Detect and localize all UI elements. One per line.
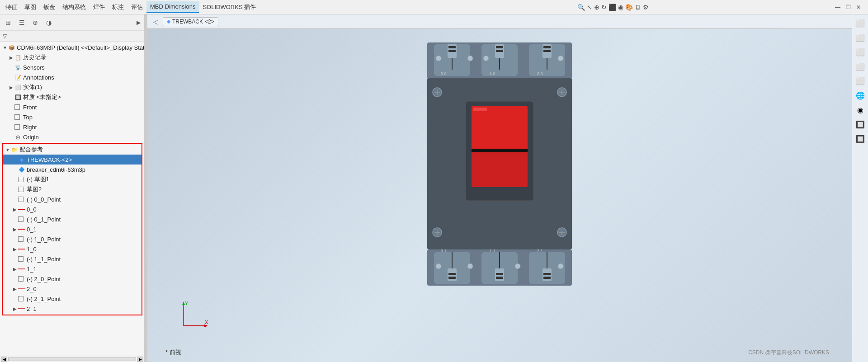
svg-point-6 bbox=[436, 56, 441, 61]
tree-item-sensors[interactable]: ▶ 📡 Sensors bbox=[0, 62, 144, 72]
toolbar-pin-btn[interactable]: ⊕ bbox=[29, 16, 42, 29]
right-btn-4[interactable]: ⬜ bbox=[854, 60, 867, 73]
svg-text:2  1: 2 1 bbox=[537, 249, 543, 253]
right-btn-3[interactable]: ⬜ bbox=[854, 45, 867, 59]
toolbar-list-btn[interactable]: ☰ bbox=[15, 16, 28, 29]
svg-point-21 bbox=[558, 56, 563, 61]
display-icon[interactable]: 🖥 bbox=[635, 4, 641, 11]
material-label: 材质 <未指定> bbox=[23, 93, 61, 101]
mates-arrow: ▼ bbox=[5, 146, 11, 153]
menu-mbd[interactable]: MBD Dimensions bbox=[146, 1, 199, 13]
breadcrumb-back-btn[interactable]: ◁ bbox=[150, 16, 161, 27]
tree-sketch2[interactable]: ▶ 草图2 bbox=[3, 184, 142, 194]
rotate-icon[interactable]: ↻ bbox=[601, 4, 607, 11]
history-label: 历史记录 bbox=[23, 53, 47, 61]
toolbar-row: ⊞ ☰ ⊕ ◑ ▶ bbox=[0, 14, 144, 31]
view-icon[interactable]: ◉ bbox=[618, 4, 623, 11]
window-minimize[interactable]: — bbox=[833, 4, 842, 10]
tree-item-origin[interactable]: ▶ ◎ Origin bbox=[0, 132, 144, 142]
tree-g20[interactable]: ▶ — 2_0 bbox=[3, 284, 142, 294]
tree-item-top[interactable]: ▶ Top bbox=[0, 112, 144, 122]
right-btn-5[interactable]: ⬜ bbox=[854, 74, 867, 88]
tree-point-00[interactable]: ▶ (-) 0_0_Point bbox=[3, 194, 142, 204]
right-btn-6[interactable]: 🌐 bbox=[854, 89, 867, 102]
tree-item-front[interactable]: ▶ Front bbox=[0, 102, 144, 112]
tree-g11[interactable]: ▶ — 1_1 bbox=[3, 264, 142, 274]
left-panel: ⊞ ☰ ⊕ ◑ ▶ ▽ ▼ 📦 CDM6i-63M3P (Default) <<… bbox=[0, 14, 145, 362]
tree-g21[interactable]: ▶ — 2_1 bbox=[3, 304, 142, 314]
sketch2-icon bbox=[18, 187, 24, 192]
search-icon[interactable]: 🔍 bbox=[577, 4, 585, 11]
menu-structure[interactable]: 结构系统 bbox=[59, 1, 90, 13]
g21-icon: — bbox=[18, 305, 25, 312]
cube-icon[interactable]: ⬛ bbox=[609, 4, 616, 11]
menu-sheet-metal[interactable]: 钣金 bbox=[40, 1, 59, 13]
tree-g10[interactable]: ▶ — 1_0 bbox=[3, 244, 142, 254]
svg-rect-59 bbox=[543, 277, 551, 279]
h-scroll-right[interactable]: ▶ bbox=[137, 357, 143, 362]
color-icon[interactable]: 🎨 bbox=[625, 4, 633, 11]
g21-label: 2_1 bbox=[27, 306, 37, 312]
breaker-svg: 0 0 1 0 2 0 bbox=[423, 42, 576, 314]
right-btn-7[interactable]: ◉ bbox=[854, 103, 867, 117]
right-btn-2[interactable]: ⬜ bbox=[854, 31, 867, 44]
point01-icon bbox=[18, 216, 24, 222]
menu-bar: 特征 草图 钣金 结构系统 焊件 标注 评估 MBD Dimensions SO… bbox=[0, 0, 868, 14]
h-scroll-track[interactable] bbox=[8, 357, 136, 361]
tree-point-11[interactable]: ▶ (-) 1_1_Point bbox=[3, 254, 142, 264]
viewport[interactable]: 0 0 1 0 2 0 bbox=[147, 29, 852, 362]
settings-icon[interactable]: ⚙ bbox=[643, 4, 649, 11]
tree-item-right[interactable]: ▶ Right bbox=[0, 122, 144, 132]
tree-breaker[interactable]: ▶ 🔷 breaker_cdm6i-63m3p bbox=[3, 165, 142, 174]
g01-arrow: ▶ bbox=[12, 226, 18, 232]
menu-sketch[interactable]: 草图 bbox=[21, 1, 40, 13]
menu-weld[interactable]: 焊件 bbox=[90, 1, 108, 13]
window-close[interactable]: ✕ bbox=[854, 4, 863, 10]
pointer-icon[interactable]: ↖ bbox=[587, 4, 592, 11]
tree-trewback[interactable]: ▶ ◆ TREWBACK-<2> bbox=[3, 155, 142, 165]
coordinate-axes: Y X bbox=[175, 299, 211, 335]
h-scroll-left[interactable]: ◀ bbox=[1, 357, 7, 362]
window-restore[interactable]: ❐ bbox=[844, 4, 853, 10]
filter-icon[interactable]: ▽ bbox=[3, 33, 7, 39]
menu-solidworks-plugin[interactable]: SOLIDWORKS 插件 bbox=[199, 1, 259, 13]
tree-area[interactable]: ▼ 📦 CDM6i-63M3P (Default) <<Default>_Dis… bbox=[0, 42, 144, 356]
tree-mates-header[interactable]: ▼ 📁 配合参考 bbox=[3, 145, 142, 155]
right-btn-8[interactable]: 🔲 bbox=[854, 118, 867, 131]
tree-g01[interactable]: ▶ — 0_1 bbox=[3, 224, 142, 234]
svg-text:X: X bbox=[205, 320, 208, 325]
tree-point-20[interactable]: ▶ (-) 2_0_Point bbox=[3, 274, 142, 284]
right-btn-9[interactable]: 🔲 bbox=[854, 132, 867, 146]
tree-item-material[interactable]: ▶ 🔲 材质 <未指定> bbox=[0, 92, 144, 102]
toolbar-grid-btn[interactable]: ⊞ bbox=[2, 16, 14, 29]
tree-item-history[interactable]: ▶ 📋 历史记录 bbox=[0, 52, 144, 62]
g11-label: 1_1 bbox=[27, 266, 37, 273]
tree-sketch1[interactable]: ▶ (-) 草图1 bbox=[3, 174, 142, 184]
svg-point-14 bbox=[483, 56, 489, 61]
origin-label: Origin bbox=[23, 134, 39, 141]
menu-annotation[interactable]: 标注 bbox=[108, 1, 127, 13]
tree-g00[interactable]: ▶ — 0_0 bbox=[3, 204, 142, 214]
g00-icon: — bbox=[18, 206, 25, 213]
svg-rect-19 bbox=[543, 50, 551, 52]
tree-point-10[interactable]: ▶ (-) 1_0_Point bbox=[3, 234, 142, 244]
h-scrollbar[interactable]: ◀ ▶ bbox=[0, 356, 144, 362]
tree-root[interactable]: ▼ 📦 CDM6i-63M3P (Default) <<Default>_Dis… bbox=[0, 42, 144, 52]
svg-text:1  1: 1 1 bbox=[490, 249, 495, 253]
menu-features[interactable]: 特征 bbox=[2, 1, 21, 13]
tree-point-21[interactable]: ▶ (-) 2_1_Point bbox=[3, 294, 142, 304]
point10-icon bbox=[18, 236, 24, 242]
toolbar-chart-btn[interactable]: ◑ bbox=[42, 16, 55, 29]
zoom-icon[interactable]: ⊕ bbox=[594, 4, 599, 11]
right-btn-1[interactable]: ⬜ bbox=[854, 16, 867, 30]
menu-evaluate[interactable]: 评估 bbox=[127, 1, 146, 13]
g01-icon: — bbox=[18, 226, 25, 233]
toolbar-expand-btn[interactable]: ▶ bbox=[134, 16, 142, 29]
tree-point-01[interactable]: ▶ (-) 0_1_Point bbox=[3, 214, 142, 224]
mates-label: 配合参考 bbox=[19, 146, 43, 154]
tree-item-solid[interactable]: ▶ ⬜ 实体(1) bbox=[0, 82, 144, 92]
svg-text:0  1: 0 1 bbox=[441, 249, 447, 253]
tree-item-annotations[interactable]: ▶ 📝 Annotations bbox=[0, 72, 144, 82]
svg-text:0  0: 0 0 bbox=[441, 71, 447, 76]
breadcrumb-tab[interactable]: ◆ TREWBACK-<2> bbox=[163, 17, 218, 26]
